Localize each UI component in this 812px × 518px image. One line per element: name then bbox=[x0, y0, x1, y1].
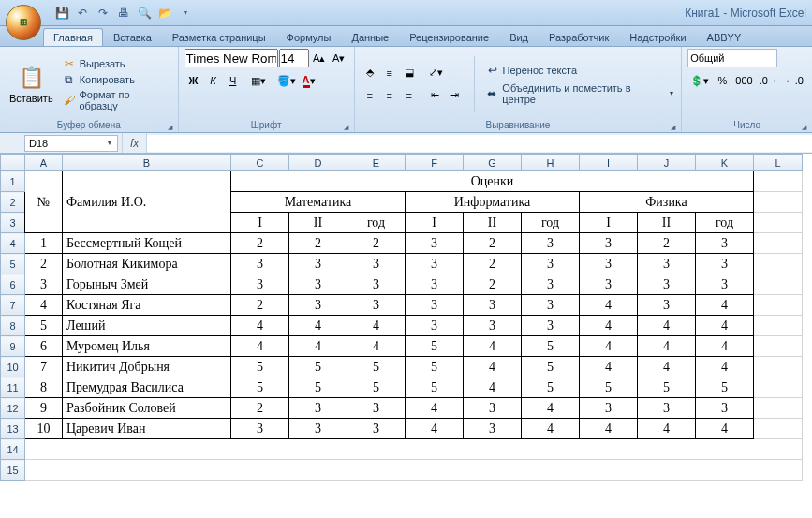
cell[interactable]: Бессмертный Кощей bbox=[63, 233, 231, 254]
cell[interactable]: 2 bbox=[231, 398, 289, 419]
formula-input[interactable] bbox=[147, 135, 812, 152]
cell[interactable]: 4 bbox=[638, 316, 696, 336]
cell[interactable]: 3 bbox=[638, 398, 696, 419]
tab-page-layout[interactable]: Разметка страницы bbox=[162, 28, 276, 46]
cell[interactable]: 3 bbox=[289, 295, 347, 316]
percent-button[interactable]: % bbox=[713, 71, 731, 90]
col-header[interactable]: I bbox=[580, 155, 638, 171]
select-all-corner[interactable] bbox=[1, 155, 25, 171]
borders-button[interactable]: ▦▾ bbox=[248, 71, 269, 90]
cell[interactable]: 4 bbox=[347, 336, 406, 357]
cell[interactable]: 3 bbox=[464, 316, 522, 336]
italic-button[interactable]: К bbox=[204, 71, 223, 90]
underline-button[interactable]: Ч bbox=[224, 71, 243, 90]
cell[interactable]: Информатика bbox=[406, 192, 580, 213]
cell[interactable]: 3 bbox=[522, 254, 580, 274]
cell[interactable]: 4 bbox=[522, 419, 580, 439]
row-header[interactable]: 11 bbox=[1, 377, 25, 398]
cell[interactable]: Муромец Илья bbox=[63, 336, 231, 357]
align-left-button[interactable]: ≡ bbox=[361, 86, 379, 105]
cell[interactable]: 9 bbox=[25, 398, 63, 419]
cell[interactable]: II bbox=[464, 213, 522, 233]
wrap-text-button[interactable]: ↩Перенос текста bbox=[484, 63, 676, 78]
cell[interactable]: 3 bbox=[696, 233, 754, 254]
cell[interactable]: 3 bbox=[580, 398, 638, 419]
cell[interactable]: Физика bbox=[580, 192, 754, 213]
row-header[interactable]: 8 bbox=[1, 316, 25, 336]
cell[interactable] bbox=[754, 295, 803, 316]
cell[interactable]: 4 bbox=[231, 316, 289, 336]
cut-button[interactable]: ✂Вырезать bbox=[61, 56, 172, 71]
cell[interactable]: 4 bbox=[464, 336, 522, 357]
cell[interactable]: 3 bbox=[347, 295, 406, 316]
cell[interactable]: 2 bbox=[347, 233, 406, 254]
cell[interactable]: 3 bbox=[25, 274, 63, 295]
cell[interactable]: 1 bbox=[25, 233, 63, 254]
col-header[interactable]: A bbox=[25, 155, 63, 171]
cell[interactable]: 2 bbox=[289, 233, 347, 254]
cell[interactable]: 5 bbox=[580, 377, 638, 398]
cell[interactable] bbox=[754, 171, 803, 192]
cell[interactable]: 3 bbox=[638, 274, 696, 295]
cell[interactable]: I bbox=[406, 213, 464, 233]
cell[interactable]: 2 bbox=[25, 254, 63, 274]
cell[interactable]: II bbox=[289, 213, 347, 233]
font-color-button[interactable]: A▾ bbox=[300, 71, 318, 90]
cell[interactable]: 4 bbox=[580, 419, 638, 439]
cell[interactable]: 5 bbox=[406, 377, 464, 398]
undo-icon[interactable]: ↶ bbox=[75, 6, 90, 21]
decrease-indent-button[interactable]: ⇤ bbox=[426, 86, 445, 105]
cell[interactable]: год bbox=[347, 213, 406, 233]
cell[interactable] bbox=[25, 460, 803, 481]
cell[interactable]: 4 bbox=[638, 419, 696, 439]
cell[interactable]: 5 bbox=[522, 377, 580, 398]
cell[interactable]: 3 bbox=[406, 316, 464, 336]
cell[interactable]: 5 bbox=[347, 377, 406, 398]
cell[interactable]: 8 bbox=[25, 377, 63, 398]
cell[interactable]: 4 bbox=[638, 357, 696, 377]
cell[interactable]: 2 bbox=[464, 274, 522, 295]
align-top-button[interactable]: ⬘ bbox=[361, 64, 379, 82]
row-header[interactable]: 5 bbox=[1, 254, 25, 274]
cell[interactable] bbox=[754, 336, 803, 357]
cell[interactable]: 2 bbox=[638, 233, 696, 254]
open-icon[interactable]: 📂 bbox=[157, 6, 172, 21]
cell[interactable] bbox=[754, 274, 803, 295]
cell[interactable]: 2 bbox=[231, 233, 289, 254]
cell[interactable]: 10 bbox=[25, 419, 63, 439]
bold-button[interactable]: Ж bbox=[185, 71, 203, 90]
cell[interactable]: год bbox=[696, 213, 754, 233]
cell[interactable]: 4 bbox=[406, 419, 464, 439]
cell[interactable]: 3 bbox=[638, 254, 696, 274]
cell[interactable]: 2 bbox=[464, 254, 522, 274]
cell[interactable]: 3 bbox=[231, 419, 289, 439]
col-header[interactable]: H bbox=[522, 155, 580, 171]
cell[interactable] bbox=[754, 357, 803, 377]
tab-developer[interactable]: Разработчик bbox=[539, 28, 619, 46]
col-header[interactable]: G bbox=[464, 155, 522, 171]
row-header[interactable]: 14 bbox=[1, 439, 25, 460]
cell[interactable]: 4 bbox=[696, 357, 754, 377]
currency-button[interactable]: 💲▾ bbox=[687, 71, 712, 90]
row-header[interactable]: 10 bbox=[1, 357, 25, 377]
increase-font-button[interactable]: A▴ bbox=[310, 49, 329, 67]
col-header[interactable]: K bbox=[696, 155, 754, 171]
name-box[interactable]: D18 ▼ bbox=[24, 135, 118, 152]
increase-indent-button[interactable]: ⇥ bbox=[446, 86, 465, 105]
cell[interactable]: 3 bbox=[231, 254, 289, 274]
cell[interactable]: 5 bbox=[522, 336, 580, 357]
row-header[interactable]: 4 bbox=[1, 233, 25, 254]
cell[interactable] bbox=[754, 398, 803, 419]
cell[interactable]: 4 bbox=[289, 336, 347, 357]
copy-button[interactable]: ⧉Копировать bbox=[61, 72, 172, 87]
cell[interactable]: 3 bbox=[696, 398, 754, 419]
cell[interactable]: год bbox=[522, 213, 580, 233]
tab-home[interactable]: Главная bbox=[43, 28, 103, 46]
cell[interactable] bbox=[754, 316, 803, 336]
cell[interactable]: 3 bbox=[289, 274, 347, 295]
cell[interactable]: 3 bbox=[406, 274, 464, 295]
cell[interactable]: 3 bbox=[464, 419, 522, 439]
row-header[interactable]: 6 bbox=[1, 274, 25, 295]
tab-view[interactable]: Вид bbox=[499, 28, 539, 46]
cell[interactable]: 3 bbox=[347, 398, 406, 419]
